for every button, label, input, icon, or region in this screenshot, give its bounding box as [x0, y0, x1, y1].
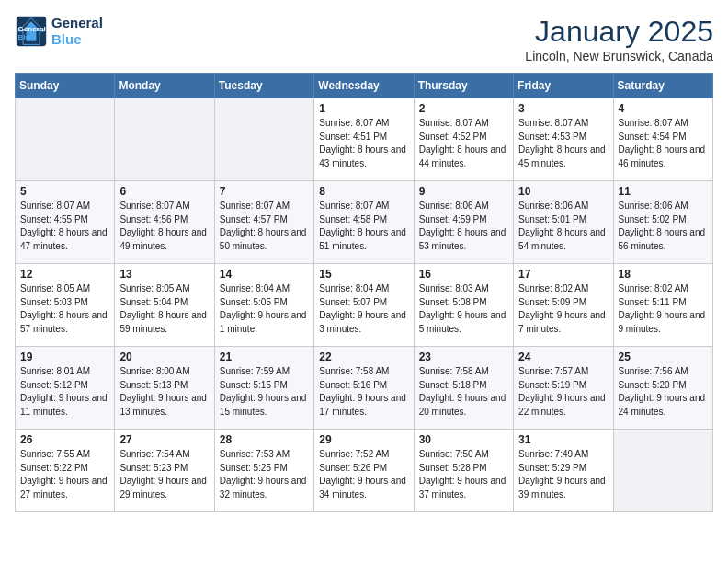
- day-info: Sunrise: 8:07 AM Sunset: 4:55 PM Dayligh…: [20, 200, 109, 253]
- title-block: January 2025 Lincoln, New Brunswick, Can…: [525, 15, 713, 63]
- day-info: Sunrise: 7:50 AM Sunset: 5:28 PM Dayligh…: [419, 448, 508, 501]
- day-number: 16: [419, 268, 508, 281]
- day-info: Sunrise: 7:52 AM Sunset: 5:26 PM Dayligh…: [319, 448, 408, 501]
- day-info: Sunrise: 7:54 AM Sunset: 5:23 PM Dayligh…: [119, 448, 209, 501]
- weekday-header-friday: Friday: [514, 74, 613, 98]
- day-info: Sunrise: 8:06 AM Sunset: 4:59 PM Dayligh…: [419, 200, 508, 253]
- day-number: 24: [518, 350, 608, 363]
- day-info: Sunrise: 7:57 AM Sunset: 5:19 PM Dayligh…: [518, 365, 608, 419]
- day-number: 14: [220, 268, 309, 281]
- day-number: 25: [619, 350, 708, 363]
- calendar-cell: 22Sunrise: 7:58 AM Sunset: 5:16 PM Dayli…: [314, 347, 414, 430]
- day-number: 17: [518, 268, 608, 281]
- calendar-cell: 12Sunrise: 8:05 AM Sunset: 5:03 PM Dayli…: [16, 264, 115, 347]
- weekday-header-tuesday: Tuesday: [214, 74, 313, 98]
- day-number: 3: [518, 102, 608, 115]
- day-info: Sunrise: 7:59 AM Sunset: 5:15 PM Dayligh…: [220, 365, 309, 419]
- day-number: 31: [518, 433, 608, 446]
- calendar-cell: 19Sunrise: 8:01 AM Sunset: 5:12 PM Dayli…: [16, 347, 115, 430]
- day-number: 6: [119, 185, 209, 198]
- calendar-cell: 30Sunrise: 7:50 AM Sunset: 5:28 PM Dayli…: [414, 430, 513, 512]
- calendar-cell: 15Sunrise: 8:04 AM Sunset: 5:07 PM Dayli…: [314, 264, 414, 347]
- day-info: Sunrise: 8:07 AM Sunset: 4:56 PM Dayligh…: [119, 200, 209, 253]
- calendar-cell: 9Sunrise: 8:06 AM Sunset: 4:59 PM Daylig…: [414, 181, 513, 264]
- logo: General Blue General Blue: [15, 15, 103, 48]
- day-info: Sunrise: 8:06 AM Sunset: 5:01 PM Dayligh…: [518, 200, 608, 253]
- calendar: SundayMondayTuesdayWednesdayThursdayFrid…: [15, 73, 713, 512]
- day-info: Sunrise: 7:55 AM Sunset: 5:22 PM Dayligh…: [20, 448, 109, 501]
- calendar-cell: 4Sunrise: 8:07 AM Sunset: 4:54 PM Daylig…: [613, 98, 712, 181]
- weekday-header-wednesday: Wednesday: [314, 74, 414, 98]
- logo-text-line1: General: [51, 15, 103, 31]
- day-info: Sunrise: 7:56 AM Sunset: 5:20 PM Dayligh…: [619, 365, 708, 419]
- page: General Blue General Blue January 2025 L…: [0, 0, 728, 527]
- day-number: 19: [20, 350, 109, 363]
- calendar-cell: 20Sunrise: 8:00 AM Sunset: 5:13 PM Dayli…: [115, 347, 214, 430]
- calendar-cell: [16, 98, 115, 181]
- weekday-header-sunday: Sunday: [16, 74, 115, 98]
- calendar-cell: 1Sunrise: 8:07 AM Sunset: 4:51 PM Daylig…: [314, 98, 414, 181]
- day-number: 10: [518, 185, 608, 198]
- week-row-1: 1Sunrise: 8:07 AM Sunset: 4:51 PM Daylig…: [16, 98, 713, 181]
- day-info: Sunrise: 8:05 AM Sunset: 5:03 PM Dayligh…: [20, 282, 109, 336]
- day-info: Sunrise: 8:06 AM Sunset: 5:02 PM Dayligh…: [619, 200, 708, 253]
- calendar-cell: 10Sunrise: 8:06 AM Sunset: 5:01 PM Dayli…: [514, 181, 613, 264]
- week-row-5: 26Sunrise: 7:55 AM Sunset: 5:22 PM Dayli…: [16, 430, 713, 512]
- calendar-cell: 28Sunrise: 7:53 AM Sunset: 5:25 PM Dayli…: [214, 430, 313, 512]
- calendar-cell: 6Sunrise: 8:07 AM Sunset: 4:56 PM Daylig…: [115, 181, 214, 264]
- day-info: Sunrise: 8:07 AM Sunset: 4:54 PM Dayligh…: [619, 117, 708, 170]
- weekday-header-row: SundayMondayTuesdayWednesdayThursdayFrid…: [16, 74, 713, 98]
- day-number: 12: [20, 268, 109, 281]
- calendar-cell: 27Sunrise: 7:54 AM Sunset: 5:23 PM Dayli…: [115, 430, 214, 512]
- calendar-cell: 5Sunrise: 8:07 AM Sunset: 4:55 PM Daylig…: [16, 181, 115, 264]
- day-number: 11: [619, 185, 708, 198]
- day-number: 18: [619, 268, 708, 281]
- day-number: 9: [419, 185, 508, 198]
- header: General Blue General Blue January 2025 L…: [15, 15, 713, 63]
- day-number: 28: [220, 433, 309, 446]
- day-info: Sunrise: 8:07 AM Sunset: 4:57 PM Dayligh…: [220, 200, 309, 253]
- day-number: 1: [319, 102, 408, 115]
- calendar-cell: 16Sunrise: 8:03 AM Sunset: 5:08 PM Dayli…: [414, 264, 513, 347]
- calendar-cell: 18Sunrise: 8:02 AM Sunset: 5:11 PM Dayli…: [613, 264, 712, 347]
- calendar-cell: 21Sunrise: 7:59 AM Sunset: 5:15 PM Dayli…: [214, 347, 313, 430]
- day-number: 8: [319, 185, 408, 198]
- day-number: 2: [419, 102, 508, 115]
- calendar-cell: 11Sunrise: 8:06 AM Sunset: 5:02 PM Dayli…: [613, 181, 712, 264]
- day-info: Sunrise: 7:53 AM Sunset: 5:25 PM Dayligh…: [220, 448, 309, 501]
- calendar-cell: 25Sunrise: 7:56 AM Sunset: 5:20 PM Dayli…: [613, 347, 712, 430]
- weekday-header-thursday: Thursday: [414, 74, 513, 98]
- calendar-cell: 24Sunrise: 7:57 AM Sunset: 5:19 PM Dayli…: [514, 347, 613, 430]
- week-row-2: 5Sunrise: 8:07 AM Sunset: 4:55 PM Daylig…: [16, 181, 713, 264]
- day-number: 30: [419, 433, 508, 446]
- day-number: 20: [119, 350, 209, 363]
- day-number: 15: [319, 268, 408, 281]
- day-info: Sunrise: 8:04 AM Sunset: 5:07 PM Dayligh…: [319, 282, 408, 336]
- day-info: Sunrise: 8:07 AM Sunset: 4:53 PM Dayligh…: [518, 117, 608, 170]
- calendar-cell: 23Sunrise: 7:58 AM Sunset: 5:18 PM Dayli…: [414, 347, 513, 430]
- day-info: Sunrise: 8:01 AM Sunset: 5:12 PM Dayligh…: [20, 365, 109, 419]
- day-info: Sunrise: 8:07 AM Sunset: 4:51 PM Dayligh…: [319, 117, 408, 170]
- logo-icon: General Blue: [15, 15, 48, 48]
- calendar-cell: 7Sunrise: 8:07 AM Sunset: 4:57 PM Daylig…: [214, 181, 313, 264]
- day-number: 5: [20, 185, 109, 198]
- month-title: January 2025: [525, 15, 713, 49]
- weekday-header-saturday: Saturday: [613, 74, 712, 98]
- calendar-cell: 17Sunrise: 8:02 AM Sunset: 5:09 PM Dayli…: [514, 264, 613, 347]
- calendar-cell: [214, 98, 313, 181]
- calendar-cell: 13Sunrise: 8:05 AM Sunset: 5:04 PM Dayli…: [115, 264, 214, 347]
- calendar-cell: [613, 430, 712, 512]
- day-number: 7: [220, 185, 309, 198]
- day-info: Sunrise: 7:58 AM Sunset: 5:16 PM Dayligh…: [319, 365, 408, 419]
- svg-text:General: General: [18, 25, 46, 33]
- weekday-header-monday: Monday: [115, 74, 214, 98]
- day-info: Sunrise: 8:02 AM Sunset: 5:09 PM Dayligh…: [518, 282, 608, 336]
- day-info: Sunrise: 8:04 AM Sunset: 5:05 PM Dayligh…: [220, 282, 309, 336]
- logo-text-line2: Blue: [51, 31, 103, 48]
- calendar-cell: 26Sunrise: 7:55 AM Sunset: 5:22 PM Dayli…: [16, 430, 115, 512]
- day-info: Sunrise: 7:58 AM Sunset: 5:18 PM Dayligh…: [419, 365, 508, 419]
- day-number: 13: [119, 268, 209, 281]
- calendar-cell: 8Sunrise: 8:07 AM Sunset: 4:58 PM Daylig…: [314, 181, 414, 264]
- day-info: Sunrise: 8:07 AM Sunset: 4:52 PM Dayligh…: [419, 117, 508, 170]
- calendar-cell: 2Sunrise: 8:07 AM Sunset: 4:52 PM Daylig…: [414, 98, 513, 181]
